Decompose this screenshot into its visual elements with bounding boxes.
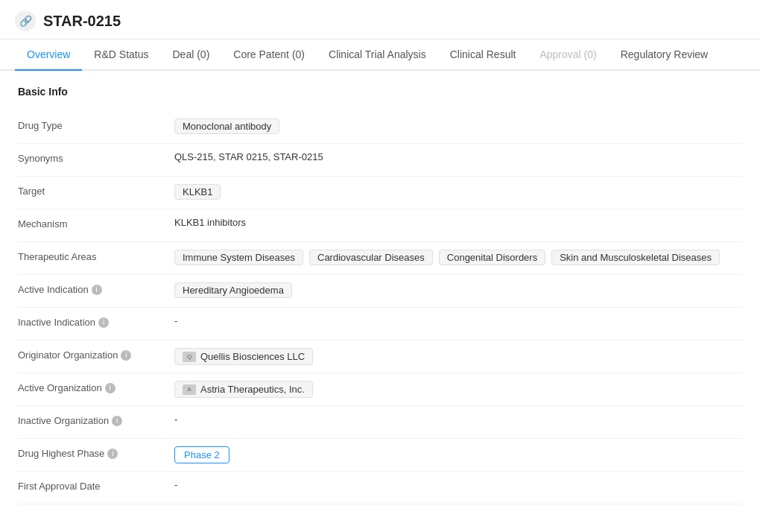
- tag: Immune System Diseases: [174, 250, 303, 265]
- tag: Skin and Musculoskeletal Diseases: [551, 250, 720, 265]
- dash-value: -: [174, 479, 177, 490]
- plain-value: QLS-215, STAR 0215, STAR-0215: [174, 151, 323, 162]
- field-value-2: KLKB1: [174, 184, 742, 200]
- section-title: Basic Info: [18, 86, 742, 98]
- field-label-1: Synonyms: [18, 151, 174, 164]
- tab-regulatory-review[interactable]: Regulatory Review: [609, 39, 721, 71]
- field-row-2: TargetKLKB1: [18, 177, 742, 209]
- field-label-10: Drug Highest Phasei: [18, 446, 174, 459]
- info-icon-9[interactable]: i: [112, 416, 122, 426]
- drug-icon: 🔗: [15, 10, 36, 31]
- info-icon-6[interactable]: i: [98, 317, 109, 328]
- tab-approval: Approval (0): [528, 39, 608, 71]
- dash-value: -: [174, 414, 177, 425]
- field-label-5: Active Indicationi: [18, 282, 174, 295]
- field-row-7: Originator OrganizationiQQuellis Bioscie…: [18, 341, 742, 373]
- field-row-10: Drug Highest PhaseiPhase 2: [18, 439, 742, 472]
- field-label-7: Originator Organizationi: [18, 348, 174, 361]
- field-label-0: Drug Type: [18, 118, 174, 131]
- plain-value: KLKB1 inhibitors: [174, 217, 246, 228]
- field-value-11: -: [174, 479, 742, 490]
- field-label-6: Inactive Indicationi: [18, 315, 174, 328]
- field-row-9: Inactive Organizationi-: [18, 406, 742, 439]
- field-row-4: Therapeutic AreasImmune System DiseasesC…: [18, 242, 742, 275]
- org-name: Astria Therapeutics, Inc.: [200, 384, 305, 395]
- tag: Hereditary Angioedema: [174, 282, 292, 298]
- field-label-3: Mechanism: [18, 217, 174, 229]
- field-value-9: -: [174, 414, 742, 425]
- tab-bar: OverviewR&D StatusDeal (0)Core Patent (0…: [0, 39, 760, 71]
- tag: Cardiovascular Diseases: [309, 250, 433, 265]
- org-icon: A: [183, 384, 196, 395]
- page-title: STAR-0215: [43, 13, 121, 30]
- fields-container: Drug TypeMonoclonal antibodySynonymsQLS-…: [18, 111, 742, 504]
- field-row-6: Inactive Indicationi-: [18, 308, 742, 341]
- field-row-3: MechanismKLKB1 inhibitors: [18, 209, 742, 242]
- dash-value: -: [174, 315, 177, 326]
- org-name: Quellis Biosciences LLC: [200, 351, 305, 362]
- field-value-4: Immune System DiseasesCardiovascular Dis…: [174, 250, 742, 265]
- field-row-1: SynonymsQLS-215, STAR 0215, STAR-0215: [18, 144, 742, 177]
- field-value-5: Hereditary Angioedema: [174, 282, 742, 298]
- tab-overview[interactable]: Overview: [15, 39, 82, 71]
- field-row-8: Active OrganizationiAAstria Therapeutics…: [18, 373, 742, 406]
- tag: Congenital Disorders: [439, 250, 545, 265]
- field-row-5: Active IndicationiHereditary Angioedema: [18, 275, 742, 308]
- field-row-11: First Approval Date-: [18, 472, 742, 504]
- org-tag[interactable]: AAstria Therapeutics, Inc.: [174, 381, 313, 398]
- org-tag[interactable]: QQuellis Biosciences LLC: [174, 348, 313, 365]
- field-value-3: KLKB1 inhibitors: [174, 217, 742, 228]
- page-header: 🔗 STAR-0215: [0, 0, 760, 39]
- field-row-0: Drug TypeMonoclonal antibody: [18, 111, 742, 144]
- info-icon-7[interactable]: i: [121, 350, 131, 361]
- tab-deal[interactable]: Deal (0): [161, 39, 222, 71]
- field-value-6: -: [174, 315, 742, 326]
- content-area: Basic Info Drug TypeMonoclonal antibodyS…: [0, 71, 760, 519]
- field-label-8: Active Organizationi: [18, 381, 174, 393]
- tab-rd-status[interactable]: R&D Status: [82, 39, 160, 71]
- info-icon-10[interactable]: i: [107, 449, 118, 459]
- tab-core-patent[interactable]: Core Patent (0): [221, 39, 317, 71]
- field-label-2: Target: [18, 184, 174, 197]
- field-value-1: QLS-215, STAR 0215, STAR-0215: [174, 151, 742, 162]
- field-value-10: Phase 2: [174, 446, 742, 463]
- field-value-8: AAstria Therapeutics, Inc.: [174, 381, 742, 398]
- field-label-11: First Approval Date: [18, 479, 174, 492]
- field-label-4: Therapeutic Areas: [18, 250, 174, 262]
- field-value-0: Monoclonal antibody: [174, 118, 742, 134]
- tab-clinical-result[interactable]: Clinical Result: [438, 39, 528, 71]
- info-icon-8[interactable]: i: [105, 383, 115, 393]
- tag: KLKB1: [174, 184, 221, 200]
- tag: Monoclonal antibody: [174, 118, 279, 134]
- org-icon: Q: [183, 352, 196, 362]
- field-label-9: Inactive Organizationi: [18, 414, 174, 426]
- phase-badge: Phase 2: [174, 446, 229, 463]
- field-value-7: QQuellis Biosciences LLC: [174, 348, 742, 365]
- info-icon-5[interactable]: i: [92, 285, 102, 295]
- tab-clinical-trial[interactable]: Clinical Trial Analysis: [317, 39, 438, 71]
